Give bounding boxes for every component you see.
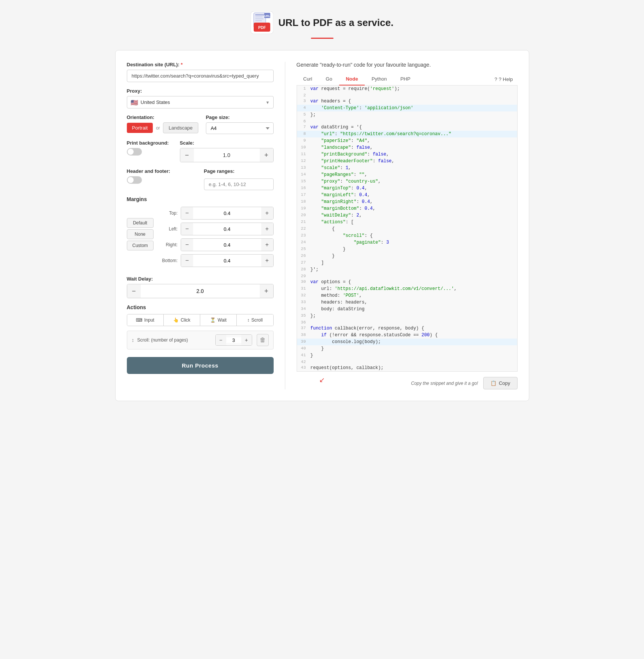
line-number: 6 bbox=[297, 119, 311, 124]
margin-preset-custom[interactable]: Custom bbox=[127, 241, 154, 250]
code-line: 6 bbox=[297, 118, 517, 124]
margin-preset-default[interactable]: Default bbox=[127, 218, 154, 228]
scroll-delete-button[interactable]: 🗑 bbox=[257, 334, 269, 346]
margin-left-decrease[interactable]: − bbox=[181, 223, 193, 235]
print-bg-col: Print background: bbox=[127, 140, 172, 162]
wait-delay-input[interactable] bbox=[141, 288, 260, 294]
line-content bbox=[311, 119, 517, 119]
proxy-select[interactable]: United States United Kingdom Germany Fra… bbox=[127, 96, 274, 108]
header-footer-toggle-row bbox=[127, 176, 196, 184]
line-number: 9 bbox=[297, 138, 311, 143]
code-line: 2 bbox=[297, 92, 517, 98]
action-input-button[interactable]: ⌨ Input bbox=[127, 314, 164, 326]
line-number: 37 bbox=[297, 325, 311, 330]
header-footer-toggle[interactable] bbox=[127, 176, 142, 184]
line-content: headers: headers, bbox=[311, 299, 517, 305]
margin-left-input[interactable] bbox=[193, 226, 261, 232]
wait-decrease-button[interactable]: − bbox=[127, 284, 141, 298]
line-number: 12 bbox=[297, 158, 311, 163]
margin-preset-none[interactable]: None bbox=[127, 229, 154, 239]
margin-right-label: Right: bbox=[159, 242, 178, 247]
portrait-button[interactable]: Portrait bbox=[127, 123, 153, 133]
margin-top-input[interactable] bbox=[193, 211, 261, 216]
line-number: 43 bbox=[297, 365, 311, 370]
url-input[interactable] bbox=[127, 70, 274, 82]
line-number: 29 bbox=[297, 273, 311, 278]
code-line: 12 "printHeaderFooter": false, bbox=[297, 158, 517, 165]
margin-bottom-label: Bottom: bbox=[159, 258, 178, 263]
margins-section: Margins Default None Custom Top: − + bbox=[127, 196, 274, 270]
action-scroll-button[interactable]: ↕ Scroll bbox=[237, 314, 273, 326]
wait-icon: ⏳ bbox=[210, 317, 216, 323]
code-line: 27 ] bbox=[297, 259, 517, 266]
line-number: 7 bbox=[297, 124, 311, 129]
scroll-decrease-button[interactable]: − bbox=[216, 335, 226, 345]
margin-bottom-increase[interactable]: + bbox=[261, 255, 273, 267]
line-content: request(options, callback); bbox=[311, 365, 517, 371]
line-number: 14 bbox=[297, 172, 311, 177]
tab-python[interactable]: Python bbox=[365, 73, 393, 85]
margin-right-decrease[interactable]: − bbox=[181, 239, 193, 251]
scale-increase-button[interactable]: + bbox=[260, 148, 273, 162]
svg-text:URL: URL bbox=[264, 14, 270, 18]
margins-title: Margins bbox=[127, 196, 274, 202]
line-content: { bbox=[311, 226, 517, 232]
margin-right-input[interactable] bbox=[193, 242, 261, 248]
line-content: "landscape": false, bbox=[311, 145, 517, 151]
scale-input[interactable] bbox=[194, 152, 260, 158]
line-content: function callback(error, response, body)… bbox=[311, 325, 517, 331]
copy-button[interactable]: 📋 Copy bbox=[483, 377, 517, 389]
line-content: console.log(body); bbox=[311, 339, 517, 345]
line-content: } bbox=[311, 346, 517, 352]
line-number: 38 bbox=[297, 332, 311, 337]
margin-bottom-decrease[interactable]: − bbox=[181, 255, 193, 267]
landscape-button[interactable]: Landscape bbox=[163, 122, 198, 133]
page-ranges-input[interactable] bbox=[204, 178, 274, 190]
margin-bottom-control: − + bbox=[181, 254, 274, 267]
code-line: 42 bbox=[297, 359, 517, 365]
headerfooter-pageranges-row: Header and footer: Page ranges: bbox=[127, 168, 274, 190]
line-content: "paginate": 3 bbox=[311, 239, 517, 246]
line-number: 22 bbox=[297, 226, 311, 231]
tab-help[interactable]: ? ? Help bbox=[490, 73, 518, 85]
tab-curl[interactable]: Curl bbox=[297, 73, 319, 85]
action-click-button[interactable]: 👆 Click bbox=[164, 314, 200, 326]
line-number: 39 bbox=[297, 339, 311, 344]
code-line: 39 console.log(body); bbox=[297, 339, 517, 345]
action-buttons-group: ⌨ Input 👆 Click ⏳ Wait ↕ Scroll bbox=[127, 314, 274, 326]
action-wait-button[interactable]: ⏳ Wait bbox=[200, 314, 237, 326]
url-label: Destination site (URL): * bbox=[127, 62, 274, 67]
margin-top-increase[interactable]: + bbox=[261, 207, 273, 219]
print-bg-toggle[interactable] bbox=[127, 148, 142, 156]
margin-bottom-input[interactable] bbox=[193, 258, 261, 264]
tab-php[interactable]: PHP bbox=[394, 73, 417, 85]
code-block: 1var request = require('request');23var … bbox=[297, 85, 518, 372]
scroll-increase-button[interactable]: + bbox=[241, 335, 252, 345]
code-line: 5}; bbox=[297, 111, 517, 118]
margin-right-increase[interactable]: + bbox=[261, 239, 273, 251]
left-panel: Destination site (URL): * Proxy: 🇺🇸 Unit… bbox=[127, 62, 285, 389]
margin-left-increase[interactable]: + bbox=[261, 223, 273, 235]
code-line: 33 headers: headers, bbox=[297, 299, 517, 306]
scroll-value-input[interactable] bbox=[226, 337, 241, 343]
page-title: URL to PDF as a service. bbox=[279, 17, 394, 29]
page-size-select[interactable]: A4 Letter A3 Legal bbox=[206, 122, 274, 134]
line-number: 10 bbox=[297, 145, 311, 149]
scale-col: Scale: − + bbox=[180, 140, 274, 162]
code-line: 43request(options, callback); bbox=[297, 365, 517, 371]
run-process-button[interactable]: Run Process bbox=[127, 357, 274, 374]
wait-increase-button[interactable]: + bbox=[260, 284, 273, 298]
scale-decrease-button[interactable]: − bbox=[180, 148, 194, 162]
code-line: 17 "marginLeft": 0.4, bbox=[297, 192, 517, 198]
line-number: 4 bbox=[297, 105, 311, 110]
tab-node[interactable]: Node bbox=[339, 73, 365, 85]
print-bg-toggle-row bbox=[127, 148, 172, 156]
code-line: 25 } bbox=[297, 246, 517, 253]
margin-left-label: Left: bbox=[159, 226, 178, 232]
url-field-group: Destination site (URL): * bbox=[127, 62, 274, 88]
margin-top-decrease[interactable]: − bbox=[181, 207, 193, 219]
line-number: 11 bbox=[297, 151, 311, 156]
tab-go[interactable]: Go bbox=[319, 73, 339, 85]
line-content: "actions": [ bbox=[311, 219, 517, 225]
margins-layout: Default None Custom Top: − + bbox=[127, 207, 274, 270]
